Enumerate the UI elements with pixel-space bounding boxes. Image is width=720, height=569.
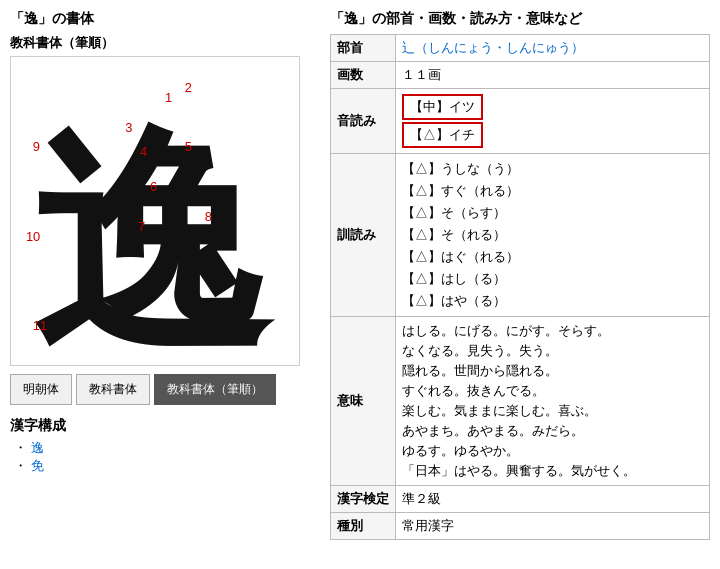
svg-text:2: 2: [185, 80, 192, 95]
row-shubetsu: 種別 常用漢字: [331, 513, 710, 540]
composition-link-1[interactable]: 免: [31, 458, 44, 473]
kyokasho-stroke-button[interactable]: 教科書体（筆順）: [154, 374, 276, 405]
kanji-canvas: 逸 1 2 3 4 5 6 7 8 9 10 11: [10, 56, 300, 366]
kunyomi-5: 【△】はし（る）: [402, 268, 703, 290]
row-kentei: 漢字検定 準２級: [331, 486, 710, 513]
svg-text:9: 9: [33, 139, 40, 154]
imi-2: 隠れる。世間から隠れる。: [402, 361, 703, 381]
bushu-link[interactable]: 辶（しんにょう・しんにゅう）: [402, 40, 584, 55]
imi-6: ゆるす。ゆるやか。: [402, 441, 703, 461]
kunyomi-2: 【△】そ（らす）: [402, 202, 703, 224]
row-bushu: 部首 辶（しんにょう・しんにゅう）: [331, 35, 710, 62]
svg-text:5: 5: [185, 139, 192, 154]
mincho-button[interactable]: 明朝体: [10, 374, 72, 405]
label-kunyomi: 訓読み: [331, 154, 396, 317]
row-imi: 意味 はしる。にげる。にがす。そらす。 なくなる。見失う。失う。 隠れる。世間か…: [331, 317, 710, 486]
imi-5: あやまち。あやまる。みだら。: [402, 421, 703, 441]
svg-text:1: 1: [165, 90, 172, 105]
kanji-composition: 漢字構成 逸 免: [10, 417, 320, 475]
label-imi: 意味: [331, 317, 396, 486]
svg-text:4: 4: [140, 144, 147, 159]
composition-list: 逸 免: [10, 439, 320, 475]
kunyomi-6: 【△】はや（る）: [402, 290, 703, 312]
value-shubetsu: 常用漢字: [396, 513, 710, 540]
imi-0: はしる。にげる。にがす。そらす。: [402, 321, 703, 341]
kunyomi-3: 【△】そ（れる）: [402, 224, 703, 246]
label-bushu: 部首: [331, 35, 396, 62]
svg-text:6: 6: [150, 179, 157, 194]
left-subtitle: 教科書体（筆順）: [10, 34, 320, 52]
imi-4: 楽しむ。気ままに楽しむ。喜ぶ。: [402, 401, 703, 421]
svg-text:逸: 逸: [31, 113, 276, 365]
composition-link-0[interactable]: 逸: [31, 440, 44, 455]
value-kunyomi: 【△】うしな（う） 【△】すぐ（れる） 【△】そ（らす） 【△】そ（れる） 【△…: [396, 154, 710, 317]
kunyomi-1: 【△】すぐ（れる）: [402, 180, 703, 202]
value-kentei: 準２級: [396, 486, 710, 513]
right-panel: 「逸」の部首・画数・読み方・意味など 部首 辶（しんにょう・しんにゅう） 画数 …: [330, 10, 710, 559]
value-kakusuu: １１画: [396, 62, 710, 89]
value-onyomi: 【中】イツ 【△】イチ: [396, 89, 710, 154]
label-kentei: 漢字検定: [331, 486, 396, 513]
svg-text:3: 3: [125, 120, 132, 135]
imi-1: なくなる。見失う。失う。: [402, 341, 703, 361]
font-buttons: 明朝体 教科書体 教科書体（筆順）: [10, 374, 320, 405]
row-onyomi: 音読み 【中】イツ 【△】イチ: [331, 89, 710, 154]
right-title: 「逸」の部首・画数・読み方・意味など: [330, 10, 710, 28]
svg-text:11: 11: [33, 318, 47, 333]
row-kunyomi: 訓読み 【△】うしな（う） 【△】すぐ（れる） 【△】そ（らす） 【△】そ（れる…: [331, 154, 710, 317]
svg-text:7: 7: [138, 219, 145, 234]
kunyomi-0: 【△】うしな（う）: [402, 158, 703, 180]
composition-item-1: 免: [14, 457, 320, 475]
composition-title: 漢字構成: [10, 417, 320, 435]
value-imi: はしる。にげる。にがす。そらす。 なくなる。見失う。失う。 隠れる。世間から隠れ…: [396, 317, 710, 486]
imi-3: すぐれる。抜きんでる。: [402, 381, 703, 401]
onyomi-itsu: 【中】イツ: [402, 94, 483, 120]
info-table: 部首 辶（しんにょう・しんにゅう） 画数 １１画 音読み 【中】イツ 【△】イチ: [330, 34, 710, 540]
label-shubetsu: 種別: [331, 513, 396, 540]
left-panel: 「逸」の書体 教科書体（筆順） 逸 1 2 3 4 5 6 7 8 9 10 1…: [10, 10, 320, 559]
row-kakusuu: 画数 １１画: [331, 62, 710, 89]
onyomi-ichi: 【△】イチ: [402, 122, 483, 148]
composition-item-0: 逸: [14, 439, 320, 457]
kyokasho-button[interactable]: 教科書体: [76, 374, 150, 405]
kunyomi-4: 【△】はぐ（れる）: [402, 246, 703, 268]
label-onyomi: 音読み: [331, 89, 396, 154]
svg-text:10: 10: [26, 229, 40, 244]
value-bushu: 辶（しんにょう・しんにゅう）: [396, 35, 710, 62]
imi-7: 「日本」はやる。興奮する。気がせく。: [402, 461, 703, 481]
label-kakusuu: 画数: [331, 62, 396, 89]
svg-text:8: 8: [205, 209, 212, 224]
left-title: 「逸」の書体: [10, 10, 320, 28]
